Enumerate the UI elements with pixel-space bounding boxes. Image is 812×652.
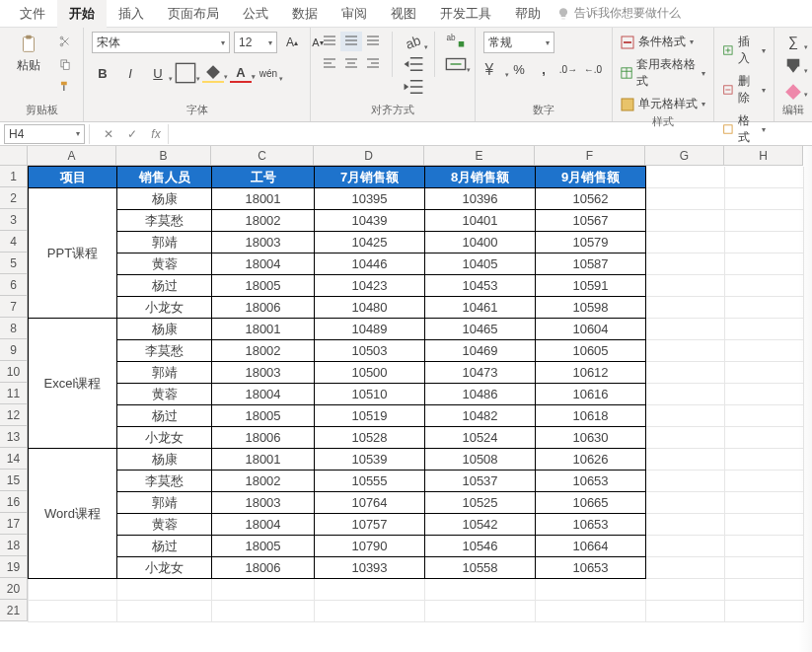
cell[interactable]: 10612	[536, 362, 646, 384]
cell[interactable]	[646, 167, 725, 188]
select-all-corner[interactable]	[0, 146, 28, 166]
cell[interactable]	[315, 601, 425, 622]
cell[interactable]	[646, 188, 725, 210]
accounting-format-button[interactable]: ¥▾	[483, 59, 505, 79]
font-color-button[interactable]: A▾	[230, 63, 252, 83]
col-header-F[interactable]: F	[535, 146, 645, 166]
clear-button[interactable]: ▾	[782, 79, 804, 99]
cell[interactable]: 10653	[536, 557, 646, 579]
cell[interactable]	[536, 579, 646, 601]
row-header-21[interactable]: 21	[0, 600, 28, 621]
cell[interactable]	[646, 384, 725, 405]
underline-button[interactable]: U▾	[147, 63, 169, 83]
cell[interactable]: 18003	[212, 232, 315, 254]
cell[interactable]	[646, 362, 725, 384]
cell[interactable]: 10510	[315, 384, 425, 405]
cell[interactable]: 18001	[212, 319, 315, 340]
cell[interactable]: 18005	[212, 275, 315, 297]
increase-decimal-button[interactable]: .0→	[557, 59, 579, 79]
row-header-17[interactable]: 17	[0, 513, 28, 535]
cell[interactable]: 10439	[315, 210, 425, 232]
cell[interactable]	[646, 210, 725, 232]
row-header-18[interactable]: 18	[0, 535, 28, 556]
cell[interactable]	[425, 601, 536, 622]
cell[interactable]: 10500	[315, 362, 425, 384]
header-cell[interactable]: 销售人员	[117, 167, 212, 188]
cell[interactable]	[725, 384, 804, 405]
tell-me[interactable]: 告诉我你想要做什么	[556, 5, 681, 22]
row-header-16[interactable]: 16	[0, 491, 28, 513]
tab-page-layout[interactable]: 页面布局	[156, 0, 231, 29]
cell[interactable]	[725, 492, 804, 514]
cell[interactable]: 10562	[536, 188, 646, 210]
cell[interactable]	[725, 340, 804, 362]
fill-color-button[interactable]: ▾	[202, 63, 224, 83]
conditional-format-button[interactable]: 条件格式▾	[621, 32, 694, 52]
cell[interactable]: 10653	[536, 514, 646, 536]
tab-formulas[interactable]: 公式	[231, 0, 280, 29]
cell[interactable]	[725, 297, 804, 319]
cell[interactable]: 10626	[536, 449, 646, 471]
vertical-scrollbar[interactable]	[798, 146, 812, 652]
cell[interactable]: 10503	[315, 340, 425, 362]
col-header-B[interactable]: B	[116, 146, 211, 166]
cell[interactable]: 10537	[425, 471, 536, 492]
cell[interactable]: 10525	[425, 492, 536, 514]
cell[interactable]	[117, 579, 212, 601]
cell[interactable]	[29, 601, 117, 622]
tab-help[interactable]: 帮助	[503, 0, 553, 29]
cell[interactable]: 10555	[315, 471, 425, 492]
cell[interactable]	[212, 601, 315, 622]
cell[interactable]	[725, 167, 804, 188]
cell[interactable]: 10524	[425, 427, 536, 449]
cell[interactable]: 小龙女	[117, 297, 212, 319]
cell[interactable]: 10579	[536, 232, 646, 254]
cell[interactable]: 郭靖	[117, 362, 212, 384]
cell[interactable]: 10446	[315, 254, 425, 275]
cell[interactable]: 杨过	[117, 405, 212, 427]
cell[interactable]: 10519	[315, 405, 425, 427]
format-painter-button[interactable]	[55, 77, 75, 97]
cells-area[interactable]: 项目销售人员工号7月销售额8月销售额9月销售额PPT课程杨康1800110395…	[28, 166, 804, 622]
row-header-15[interactable]: 15	[0, 470, 28, 491]
row-header-3[interactable]: 3	[0, 209, 28, 231]
cell[interactable]	[646, 254, 725, 275]
cell[interactable]	[646, 579, 725, 601]
cell[interactable]: 小龙女	[117, 557, 212, 579]
formula-input[interactable]	[168, 124, 812, 144]
cell[interactable]: 杨康	[117, 319, 212, 340]
cell[interactable]	[725, 536, 804, 557]
cell[interactable]	[117, 601, 212, 622]
cell[interactable]: 10542	[425, 514, 536, 536]
cell[interactable]: 10396	[425, 188, 536, 210]
cell[interactable]: 杨过	[117, 275, 212, 297]
tab-review[interactable]: 审阅	[330, 0, 379, 29]
cell[interactable]	[725, 210, 804, 232]
align-right-button[interactable]	[362, 53, 384, 73]
cancel-formula-button[interactable]: ✕	[97, 124, 120, 144]
row-header-11[interactable]: 11	[0, 383, 28, 404]
cell[interactable]: 10539	[315, 449, 425, 471]
autosum-button[interactable]: ∑▾	[782, 32, 804, 51]
increase-indent-button[interactable]	[403, 77, 424, 97]
cell[interactable]: 李莫愁	[117, 340, 212, 362]
cell[interactable]: 杨过	[117, 536, 212, 557]
wrap-text-button[interactable]: ab	[445, 32, 467, 51]
cell[interactable]: 10486	[425, 384, 536, 405]
increase-font-button[interactable]: A▴	[281, 33, 303, 52]
merge-center-button[interactable]: ▾	[445, 54, 467, 74]
comma-button[interactable]: ,	[533, 59, 554, 79]
cell[interactable]: 18002	[212, 210, 315, 232]
cell[interactable]	[646, 492, 725, 514]
cell[interactable]	[646, 297, 725, 319]
cell[interactable]	[725, 232, 804, 254]
cell[interactable]: 18006	[212, 427, 315, 449]
cell[interactable]: 10461	[425, 297, 536, 319]
cell[interactable]: 10604	[536, 319, 646, 340]
cell[interactable]: 李莫愁	[117, 471, 212, 492]
cell[interactable]	[315, 579, 425, 601]
decrease-indent-button[interactable]	[403, 54, 424, 74]
cell[interactable]: 18005	[212, 405, 315, 427]
cell[interactable]	[725, 557, 804, 579]
group-cell[interactable]: Excel课程	[29, 319, 117, 449]
